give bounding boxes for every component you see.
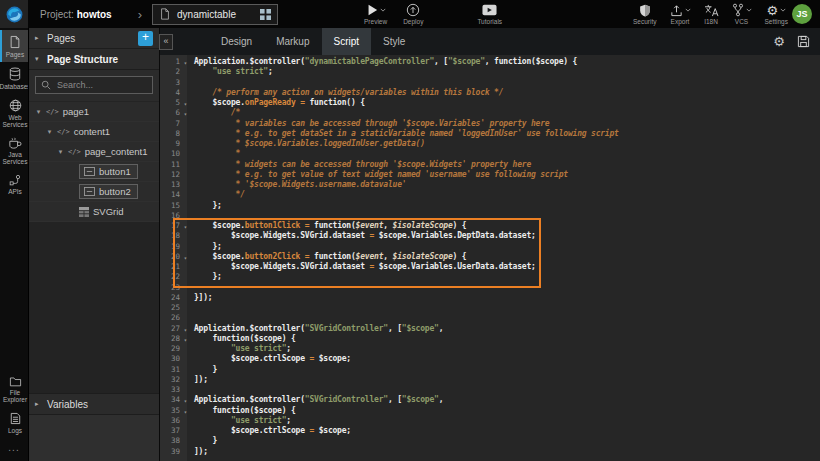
- collapse-panel-button[interactable]: «: [159, 34, 173, 50]
- globe-icon: [9, 99, 22, 112]
- database-icon: [9, 67, 21, 81]
- security-label: Security: [633, 18, 656, 25]
- line-number: 7: [160, 119, 187, 129]
- code-line: 21 $scope.Widgets.SVGrid.dataset = $scop…: [160, 262, 820, 272]
- code-line: 32 ]);: [160, 375, 820, 385]
- save-icon[interactable]: [797, 35, 810, 48]
- code-line: 30 $scope.ctrlScope = $scope;: [160, 354, 820, 364]
- code-line: 13 * '$scope.Widgets.username.datavalue': [160, 180, 820, 190]
- tree-item-svgrid[interactable]: SVGrid: [29, 202, 159, 222]
- grid: [79, 207, 89, 217]
- connector-icon: [9, 174, 21, 186]
- code-line: 35▾ function($scope) {: [160, 406, 820, 416]
- code: </>: [57, 128, 70, 136]
- tree-item-button1[interactable]: button1: [29, 162, 159, 182]
- script-editor[interactable]: 1▾ Application.$controller("dynamictable…: [160, 55, 820, 461]
- grid-view-icon[interactable]: [260, 9, 271, 20]
- line-number: 3: [160, 78, 187, 88]
- code-line: 17▾ $scope.button1Click = function($even…: [160, 221, 820, 231]
- tutorials-button[interactable]: Tutorials: [477, 4, 502, 25]
- pages-icon: [9, 35, 21, 49]
- code-line: 39 ]);: [160, 447, 820, 457]
- folder-icon: [9, 376, 22, 387]
- line-number: 22: [160, 272, 187, 282]
- gear-icon: ⚙: [766, 4, 778, 17]
- line-number: 16: [160, 211, 187, 221]
- tree-item-page-content1[interactable]: ▾ </>page_content1: [29, 142, 159, 162]
- deploy-button[interactable]: Deploy: [403, 4, 423, 25]
- chevron-down-icon[interactable]: ▾: [57, 148, 64, 156]
- variables-header[interactable]: ▸ Variables: [29, 393, 159, 415]
- add-page-button[interactable]: +: [138, 31, 153, 46]
- user-avatar[interactable]: JS: [792, 4, 812, 24]
- preview-button[interactable]: Preview: [364, 4, 387, 25]
- tab-script[interactable]: Script: [322, 28, 372, 55]
- topbar-actions-right: Security Export I18N VCS ⚙ Settings: [633, 4, 788, 25]
- button: [84, 187, 95, 196]
- code-line: 22 };: [160, 272, 820, 282]
- export-button[interactable]: Export: [670, 4, 691, 25]
- page-tab[interactable]: dynamictable: [152, 4, 278, 25]
- video-icon: [482, 4, 497, 16]
- line-number: 38: [160, 436, 187, 446]
- search-input[interactable]: [55, 79, 147, 91]
- code-line: 31 }: [160, 365, 820, 375]
- search-box: [35, 76, 153, 94]
- line-number: 37: [160, 426, 187, 436]
- search-icon: [41, 80, 51, 90]
- line-number: 20▾: [160, 252, 187, 262]
- code-line: 29 "use strict";: [160, 344, 820, 354]
- code-line: 11 * widgets can be accessed through '$s…: [160, 160, 820, 170]
- coffee-icon: [8, 137, 22, 149]
- pages-header-label: Pages: [47, 33, 138, 44]
- rail-item-pages[interactable]: Pages: [0, 30, 28, 62]
- deploy-label: Deploy: [403, 18, 423, 25]
- vcs-label: VCS: [735, 18, 748, 25]
- tree-item-page1[interactable]: ▾ </>page1: [29, 102, 159, 122]
- line-number: 18: [160, 231, 187, 241]
- code: </>: [46, 108, 59, 116]
- rail-item-apis[interactable]: APIs: [0, 169, 28, 199]
- tab-style[interactable]: Style: [371, 28, 417, 55]
- line-number: 1▾: [160, 57, 187, 67]
- rail-item-logs[interactable]: Logs: [0, 407, 28, 438]
- line-number: 28▾: [160, 334, 187, 344]
- line-number: 26: [160, 313, 187, 323]
- chevron-down-icon[interactable]: ▾: [46, 128, 53, 136]
- pages-panel: ▸ Pages + ▾ Page Structure ▾ </>page1 ▾ …: [28, 28, 159, 461]
- rail-item-databases[interactable]: Databases: [0, 62, 28, 94]
- code-line: 28▾ function($scope) {: [160, 334, 820, 344]
- tab-design[interactable]: Design: [209, 28, 264, 55]
- code-line: 27▾ Application.$controller("SVGridContr…: [160, 324, 820, 334]
- rail-item-java-services[interactable]: JavaServices: [0, 132, 28, 169]
- code-line: 19 };: [160, 242, 820, 252]
- page-structure-header[interactable]: ▾ Page Structure: [29, 49, 159, 70]
- vcs-button[interactable]: VCS: [732, 4, 752, 25]
- tree-item-button2[interactable]: button2: [29, 182, 159, 202]
- page-tab-label: dynamictable: [177, 9, 254, 20]
- security-button[interactable]: Security: [633, 4, 656, 25]
- rail-item-file-explorer[interactable]: FileExplorer: [0, 371, 28, 407]
- wavemaker-logo-icon[interactable]: [0, 0, 28, 28]
- chevron-down-icon[interactable]: ▾: [35, 108, 42, 116]
- code-line: 24 }]);: [160, 293, 820, 303]
- tab-markup[interactable]: Markup: [264, 28, 321, 55]
- tree-item-content1[interactable]: ▾ </>content1: [29, 122, 159, 142]
- shield-icon: [639, 4, 651, 17]
- rail-more-button[interactable]: ...: [0, 438, 28, 461]
- pages-header[interactable]: ▸ Pages +: [29, 28, 159, 49]
- play-icon: [366, 4, 378, 16]
- code-line: 38 }: [160, 436, 820, 446]
- settings-button[interactable]: ⚙ Settings: [765, 4, 789, 25]
- topbar: Project: howtos › dynamictable Preview D…: [0, 0, 820, 28]
- code-line: 12 * e.g. to get value of text widget na…: [160, 170, 820, 180]
- file-icon: [159, 8, 171, 20]
- code-line: 10 *: [160, 149, 820, 159]
- script-settings-icon[interactable]: ⚙: [773, 35, 785, 48]
- i18n-button[interactable]: I18N: [704, 4, 719, 25]
- line-number: 13: [160, 180, 187, 190]
- code-line: 16: [160, 211, 820, 221]
- chevron-right-icon: ▸: [35, 34, 41, 42]
- line-number: 31: [160, 365, 187, 375]
- rail-item-web-services[interactable]: WebServices: [0, 94, 28, 132]
